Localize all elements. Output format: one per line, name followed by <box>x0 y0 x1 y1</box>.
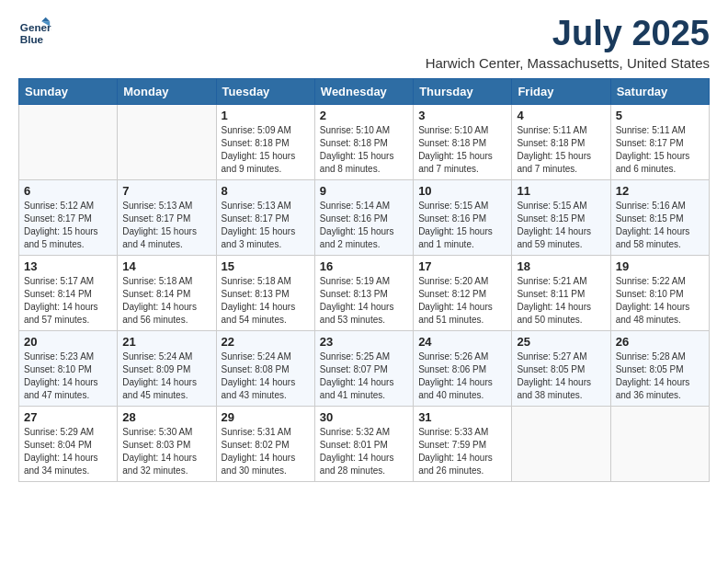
day-info: Sunrise: 5:22 AMSunset: 8:10 PMDaylight:… <box>616 275 704 327</box>
day-info: Sunrise: 5:27 AMSunset: 8:05 PMDaylight:… <box>517 350 605 402</box>
day-info: Sunrise: 5:24 AMSunset: 8:08 PMDaylight:… <box>222 350 310 402</box>
calendar-cell: 17Sunrise: 5:20 AMSunset: 8:12 PMDayligh… <box>414 255 512 330</box>
day-info: Sunrise: 5:18 AMSunset: 8:13 PMDaylight:… <box>222 275 310 327</box>
day-info: Sunrise: 5:11 AMSunset: 8:18 PMDaylight:… <box>517 124 605 176</box>
day-info: Sunrise: 5:19 AMSunset: 8:13 PMDaylight:… <box>320 275 408 327</box>
day-info: Sunrise: 5:16 AMSunset: 8:15 PMDaylight:… <box>616 200 704 251</box>
day-info: Sunrise: 5:30 AMSunset: 8:03 PMDaylight:… <box>122 426 210 477</box>
day-number: 25 <box>517 335 605 349</box>
svg-marker-3 <box>41 17 50 22</box>
day-number: 2 <box>320 109 408 122</box>
title-area: July 2025 Harwich Center, Massachusetts,… <box>426 15 710 71</box>
day-info: Sunrise: 5:14 AMSunset: 8:16 PMDaylight:… <box>320 200 408 251</box>
calendar-cell: 25Sunrise: 5:27 AMSunset: 8:05 PMDayligh… <box>512 330 610 406</box>
day-number: 1 <box>222 109 310 122</box>
weekday-header: Thursday <box>414 78 512 104</box>
day-number: 19 <box>616 259 704 273</box>
calendar-cell: 14Sunrise: 5:18 AMSunset: 8:14 PMDayligh… <box>118 255 216 330</box>
day-number: 28 <box>122 410 210 424</box>
calendar-cell <box>512 406 610 481</box>
calendar-week-row: 1Sunrise: 5:09 AMSunset: 8:18 PMDaylight… <box>19 104 710 179</box>
day-info: Sunrise: 5:28 AMSunset: 8:05 PMDaylight:… <box>616 350 704 402</box>
calendar-cell: 4Sunrise: 5:11 AMSunset: 8:18 PMDaylight… <box>512 104 610 179</box>
day-number: 16 <box>320 259 408 273</box>
day-info: Sunrise: 5:23 AMSunset: 8:10 PMDaylight:… <box>24 350 112 402</box>
day-number: 30 <box>320 410 408 424</box>
calendar-cell: 16Sunrise: 5:19 AMSunset: 8:13 PMDayligh… <box>314 255 413 330</box>
day-info: Sunrise: 5:21 AMSunset: 8:11 PMDaylight:… <box>517 275 605 327</box>
location-title: Harwich Center, Massachusetts, United St… <box>426 55 710 71</box>
day-number: 22 <box>222 335 310 349</box>
calendar-cell: 31Sunrise: 5:33 AMSunset: 7:59 PMDayligh… <box>414 406 512 481</box>
day-info: Sunrise: 5:15 AMSunset: 8:15 PMDaylight:… <box>517 200 605 251</box>
calendar-cell: 12Sunrise: 5:16 AMSunset: 8:15 PMDayligh… <box>610 179 709 255</box>
calendar-cell: 5Sunrise: 5:11 AMSunset: 8:17 PMDaylight… <box>610 104 709 179</box>
day-info: Sunrise: 5:17 AMSunset: 8:14 PMDaylight:… <box>24 275 112 327</box>
calendar-cell: 13Sunrise: 5:17 AMSunset: 8:14 PMDayligh… <box>19 255 118 330</box>
calendar-cell: 21Sunrise: 5:24 AMSunset: 8:09 PMDayligh… <box>118 330 216 406</box>
day-info: Sunrise: 5:12 AMSunset: 8:17 PMDaylight:… <box>24 200 112 251</box>
day-number: 3 <box>418 109 506 122</box>
calendar-cell: 7Sunrise: 5:13 AMSunset: 8:17 PMDaylight… <box>118 179 216 255</box>
calendar-cell <box>610 406 709 481</box>
weekday-header: Saturday <box>610 78 709 104</box>
weekday-header: Monday <box>118 78 216 104</box>
day-info: Sunrise: 5:20 AMSunset: 8:12 PMDaylight:… <box>418 275 506 327</box>
day-info: Sunrise: 5:13 AMSunset: 8:17 PMDaylight:… <box>222 200 310 251</box>
day-number: 11 <box>517 184 605 198</box>
calendar-week-row: 6Sunrise: 5:12 AMSunset: 8:17 PMDaylight… <box>19 179 710 255</box>
weekday-header-row: SundayMondayTuesdayWednesdayThursdayFrid… <box>19 78 710 104</box>
calendar-cell <box>19 104 118 179</box>
day-number: 6 <box>24 184 112 198</box>
day-info: Sunrise: 5:26 AMSunset: 8:06 PMDaylight:… <box>418 350 506 402</box>
day-info: Sunrise: 5:32 AMSunset: 8:01 PMDaylight:… <box>320 426 408 477</box>
day-info: Sunrise: 5:29 AMSunset: 8:04 PMDaylight:… <box>24 426 112 477</box>
svg-text:Blue: Blue <box>20 33 44 45</box>
day-info: Sunrise: 5:15 AMSunset: 8:16 PMDaylight:… <box>418 200 506 251</box>
weekday-header: Friday <box>512 78 610 104</box>
calendar-cell: 1Sunrise: 5:09 AMSunset: 8:18 PMDaylight… <box>216 104 314 179</box>
weekday-header: Tuesday <box>216 78 314 104</box>
day-number: 8 <box>222 184 310 198</box>
day-number: 17 <box>418 259 506 273</box>
day-number: 4 <box>517 109 605 122</box>
calendar-cell: 8Sunrise: 5:13 AMSunset: 8:17 PMDaylight… <box>216 179 314 255</box>
day-number: 24 <box>418 335 506 349</box>
day-number: 29 <box>222 410 310 424</box>
calendar-cell: 19Sunrise: 5:22 AMSunset: 8:10 PMDayligh… <box>610 255 709 330</box>
calendar-cell: 30Sunrise: 5:32 AMSunset: 8:01 PMDayligh… <box>314 406 413 481</box>
calendar-week-row: 13Sunrise: 5:17 AMSunset: 8:14 PMDayligh… <box>19 255 710 330</box>
calendar-cell: 24Sunrise: 5:26 AMSunset: 8:06 PMDayligh… <box>414 330 512 406</box>
calendar-cell <box>118 104 216 179</box>
calendar-cell: 23Sunrise: 5:25 AMSunset: 8:07 PMDayligh… <box>314 330 413 406</box>
calendar-cell: 26Sunrise: 5:28 AMSunset: 8:05 PMDayligh… <box>610 330 709 406</box>
calendar-week-row: 20Sunrise: 5:23 AMSunset: 8:10 PMDayligh… <box>19 330 710 406</box>
day-number: 10 <box>418 184 506 198</box>
weekday-header: Sunday <box>19 78 118 104</box>
calendar-cell: 9Sunrise: 5:14 AMSunset: 8:16 PMDaylight… <box>314 179 413 255</box>
day-info: Sunrise: 5:24 AMSunset: 8:09 PMDaylight:… <box>122 350 210 402</box>
weekday-header: Wednesday <box>314 78 413 104</box>
calendar-cell: 28Sunrise: 5:30 AMSunset: 8:03 PMDayligh… <box>118 406 216 481</box>
day-info: Sunrise: 5:18 AMSunset: 8:14 PMDaylight:… <box>122 275 210 327</box>
day-number: 15 <box>222 259 310 273</box>
day-number: 18 <box>517 259 605 273</box>
logo-icon: General Blue <box>18 15 51 48</box>
day-number: 5 <box>616 109 704 122</box>
calendar-week-row: 27Sunrise: 5:29 AMSunset: 8:04 PMDayligh… <box>19 406 710 481</box>
day-number: 9 <box>320 184 408 198</box>
month-title: July 2025 <box>426 15 710 53</box>
calendar-cell: 3Sunrise: 5:10 AMSunset: 8:18 PMDaylight… <box>414 104 512 179</box>
calendar-cell: 27Sunrise: 5:29 AMSunset: 8:04 PMDayligh… <box>19 406 118 481</box>
calendar-cell: 6Sunrise: 5:12 AMSunset: 8:17 PMDaylight… <box>19 179 118 255</box>
day-number: 12 <box>616 184 704 198</box>
day-info: Sunrise: 5:25 AMSunset: 8:07 PMDaylight:… <box>320 350 408 402</box>
calendar-cell: 20Sunrise: 5:23 AMSunset: 8:10 PMDayligh… <box>19 330 118 406</box>
day-number: 14 <box>122 259 210 273</box>
day-info: Sunrise: 5:33 AMSunset: 7:59 PMDaylight:… <box>418 426 506 477</box>
day-info: Sunrise: 5:10 AMSunset: 8:18 PMDaylight:… <box>320 124 408 176</box>
day-number: 21 <box>122 335 210 349</box>
calendar-cell: 18Sunrise: 5:21 AMSunset: 8:11 PMDayligh… <box>512 255 610 330</box>
calendar-cell: 15Sunrise: 5:18 AMSunset: 8:13 PMDayligh… <box>216 255 314 330</box>
calendar-cell: 11Sunrise: 5:15 AMSunset: 8:15 PMDayligh… <box>512 179 610 255</box>
